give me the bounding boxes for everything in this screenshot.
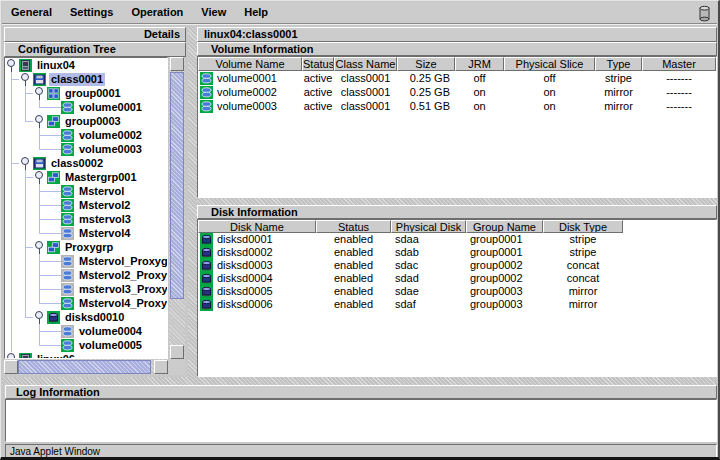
tree-node-Mstervol[interactable]: Mstervol (5, 184, 167, 198)
volume-column-header[interactable]: Status (302, 57, 334, 71)
tree-node-label[interactable]: Mstervol2_Proxygrp (77, 269, 168, 282)
tree-expand-knob-icon[interactable] (33, 86, 47, 100)
tree-node-label[interactable]: linux04 (35, 59, 77, 72)
tree-node-label[interactable]: mstervol3 (77, 213, 133, 226)
tree-horizontal-scrollbar[interactable] (4, 359, 169, 375)
tree-expand-knob-icon[interactable] (33, 114, 47, 128)
tree-node-label[interactable]: Mastergrp001 (63, 171, 139, 184)
menu-settings[interactable]: Settings (61, 2, 122, 18)
tree-node-Mstervol_Proxygrp[interactable]: Mstervol_Proxygrp (5, 254, 167, 268)
tree-node-volume0004[interactable]: volume0004 (5, 324, 167, 338)
tree-node-label[interactable]: Mstervol_Proxygrp (77, 255, 168, 268)
tree-node-Mstervol2[interactable]: Mstervol2 (5, 198, 167, 212)
tree-node-disksd0010[interactable]: disksd0010 (5, 310, 167, 324)
tree-node-label[interactable]: volume0004 (77, 325, 144, 338)
tree-node-label[interactable]: group0003 (63, 115, 123, 128)
disk-column-header[interactable]: Group Name (466, 220, 543, 233)
tree-node-linux04[interactable]: linux04 (5, 58, 167, 72)
table-row[interactable]: disksd0005enabledsdaegroup0003mirror (198, 285, 716, 298)
tree-expand-knob-icon[interactable] (19, 72, 33, 86)
vertical-splitter[interactable] (188, 27, 197, 377)
tree-connector (19, 226, 33, 240)
tree-node-mstervol3_Proxygrp[interactable]: mstervol3_Proxygrp (5, 282, 167, 296)
tree-node-label[interactable]: class0002 (49, 157, 105, 170)
menu-general[interactable]: General (2, 2, 61, 18)
volume-name-text: volume0003 (217, 100, 277, 113)
tree-expand-knob-icon[interactable] (5, 352, 19, 359)
tree-node-label[interactable]: Mstervol (77, 185, 126, 198)
tree-connector (47, 282, 61, 296)
tree-expand-knob-icon[interactable] (5, 58, 19, 72)
tree-node-label[interactable]: Proxygrp (63, 241, 115, 254)
tree-node-Proxygrp[interactable]: Proxygrp (5, 240, 167, 254)
volume-column-header[interactable]: Class Name (334, 57, 397, 71)
tree-node-label[interactable]: group0001 (63, 87, 123, 100)
tree-node-volume0002[interactable]: volume0002 (5, 128, 167, 142)
scrollbar-thumb[interactable] (18, 360, 151, 374)
horizontal-splitter[interactable] (197, 198, 717, 205)
tree-expand-knob-icon[interactable] (19, 156, 33, 170)
tree-node-volume0001[interactable]: volume0001 (5, 100, 167, 114)
tree-node-linux06[interactable]: linux06 (5, 352, 167, 359)
volume-column-header[interactable]: Size (397, 57, 455, 71)
tree-node-label[interactable]: disksd0010 (63, 311, 126, 324)
menu-view[interactable]: View (192, 2, 235, 18)
table-row[interactable]: disksd0002enabledsdabgroup0001stripe (198, 246, 716, 259)
table-row[interactable]: disksd0006enabledsdafgroup0003mirror (198, 298, 716, 311)
tree-node-Mastergrp001[interactable]: Mastergrp001 (5, 170, 167, 184)
tree-node-label[interactable]: class0001 (49, 73, 105, 86)
tree-node-volume0005[interactable]: volume0005 (5, 338, 167, 352)
menu-operation[interactable]: Operation (122, 2, 192, 18)
table-row[interactable]: disksd0003enabledsdacgroup0002concat (198, 259, 716, 272)
tree-connector (19, 114, 33, 128)
log-splitter[interactable] (2, 377, 719, 385)
volume-column-header[interactable]: Physical Slice (504, 57, 595, 71)
tree-expand-knob-icon[interactable] (33, 170, 47, 184)
tree-node-label[interactable]: mstervol3_Proxygrp (77, 283, 168, 296)
volume-column-header[interactable]: Type (595, 57, 642, 71)
tree-node-group0003[interactable]: group0003 (5, 114, 167, 128)
tree-connector (5, 170, 19, 184)
disk-column-header[interactable]: Disk Type (543, 220, 623, 233)
scroll-left-button[interactable] (4, 360, 18, 374)
table-row[interactable]: volume0003activeclass00010.51 GBononmirr… (198, 99, 716, 113)
scroll-down-button[interactable] (170, 345, 184, 359)
volume-column-header[interactable]: Master (642, 57, 716, 71)
tree-connector (5, 198, 19, 212)
menu-help[interactable]: Help (235, 2, 277, 18)
tree-node-Mstervol4_Proxygrp[interactable]: Mstervol4_Proxygrp (5, 296, 167, 310)
tree-node-class0002[interactable]: class0002 (5, 156, 167, 170)
disk-column-header[interactable]: Disk Name (198, 220, 316, 233)
tree-node-Mstervol4[interactable]: Mstervol4 (5, 226, 167, 240)
tree-node-volume0003[interactable]: volume0003 (5, 142, 167, 156)
tree-node-label[interactable]: volume0003 (77, 143, 144, 156)
disk-name-cell: disksd0005 (198, 285, 316, 298)
tree-node-label[interactable]: volume0001 (77, 101, 144, 114)
table-row[interactable]: disksd0004enabledsdadgroup0002concat (198, 272, 716, 285)
volume-column-header[interactable]: Volume Name (198, 57, 302, 71)
table-row[interactable]: volume0002activeclass00010.25 GBononmirr… (198, 85, 716, 99)
scrollbar-thumb[interactable] (170, 72, 184, 299)
disk-column-header[interactable]: Physical Disk (391, 220, 466, 233)
tree-vertical-scrollbar[interactable] (169, 57, 185, 359)
tree-node-label[interactable]: Mstervol2 (77, 199, 132, 212)
status-bar: Java Applet Window (5, 444, 717, 459)
table-row[interactable]: disksd0001enabledsdaagroup0001stripe (198, 233, 716, 246)
tree-expand-knob-icon[interactable] (33, 310, 47, 324)
tree-node-label[interactable]: Mstervol4 (77, 227, 132, 240)
tree-node-class0001[interactable]: class0001 (5, 72, 167, 86)
tree-node-Mstervol2_Proxygrp[interactable]: Mstervol2_Proxygrp (5, 268, 167, 282)
tree-node-label[interactable]: volume0005 (77, 339, 144, 352)
disk-column-header[interactable]: Status (316, 220, 391, 233)
scroll-right-button[interactable] (154, 360, 168, 374)
tree-node-mstervol3[interactable]: mstervol3 (5, 212, 167, 226)
volume-column-header[interactable]: JRM (455, 57, 504, 71)
tree-expand-knob-icon[interactable] (33, 240, 47, 254)
scroll-up-button[interactable] (170, 57, 184, 71)
tree-node-label[interactable]: Mstervol4_Proxygrp (77, 297, 168, 310)
tree-node-group0001[interactable]: group0001 (5, 86, 167, 100)
disk-cell-group_name: group0002 (466, 259, 543, 272)
tree-node-label[interactable]: volume0002 (77, 129, 144, 142)
tree-connector (33, 282, 47, 296)
table-row[interactable]: volume0001activeclass00010.25 GBoffoffst… (198, 71, 716, 85)
